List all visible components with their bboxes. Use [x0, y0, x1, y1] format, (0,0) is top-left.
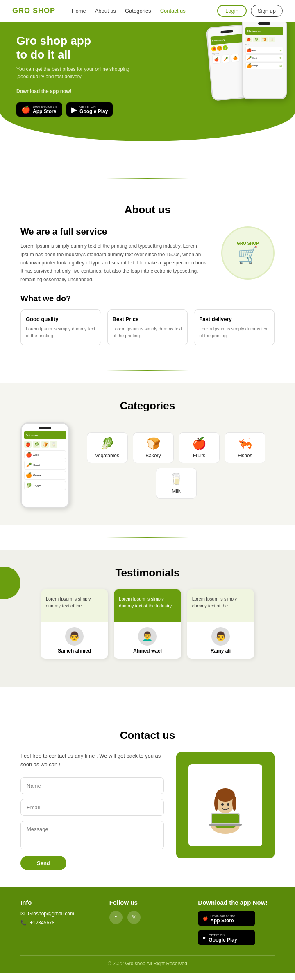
contact-form: Feel free to contact us any time . We wi… — [20, 752, 164, 870]
appstore-button[interactable]: 🍎 Download on the App Store — [16, 102, 62, 117]
footer-phone-item: 📞 +12345678 — [20, 920, 97, 926]
fishes-icon: 🦐 — [229, 437, 261, 450]
svg-point-4 — [214, 796, 218, 811]
cat-item-bakery[interactable]: 🍞 Bakery — [133, 432, 174, 463]
testimonial-text-0: Lorem Ipsum is simply dummy text of the.… — [41, 589, 108, 622]
avatar-2: 👨 — [211, 627, 230, 646]
testimonial-name-2: Ramy ali — [192, 648, 249, 654]
nav-contact[interactable]: Contact us — [160, 8, 186, 14]
nav-home[interactable]: Home — [72, 8, 86, 14]
circle-label: GRO SHOP — [237, 241, 259, 246]
login-button[interactable]: Login — [217, 5, 247, 17]
categories-grid: 🥬 vegatables 🍞 Bakery 🍎 Fruits 🦐 Fishes … — [78, 432, 275, 499]
name-input[interactable] — [20, 777, 164, 794]
testimonial-card-2: Lorem Ipsum is simply dummy text of the.… — [187, 589, 254, 659]
testimonial-card-0: Lorem Ipsum is simply dummy text of the.… — [41, 589, 108, 659]
cat-phone-notch — [39, 427, 51, 429]
nav-buttons: Login Sign up — [217, 5, 283, 17]
service-card-delivery: Fast delivery Lorem Ipsum is simply dumm… — [194, 309, 275, 345]
footer-download-title: Download the app Now! — [198, 899, 275, 906]
cat-item-milk[interactable]: 🥛 Milk — [156, 468, 197, 499]
testimonial-bottom-0: 👨 Sameh ahmed — [41, 622, 108, 659]
about-section: About us We are a full service Lorem Ips… — [0, 191, 295, 358]
footer-copyright: © 2022 Gro shop All Right Reserved — [20, 955, 275, 966]
hero-description: You can get the best prices for your onl… — [16, 65, 139, 80]
twitter-icon[interactable]: 𝕏 — [127, 911, 141, 924]
footer-googleplay-button[interactable]: ▶ GET IT ON Google Play — [198, 930, 255, 945]
testimonial-name-1: Ahmed wael — [119, 648, 176, 654]
categories-content: Best grocery 🍎 🥬 🍞 🥛 🍎 Apple 🥕 Carrot — [20, 422, 275, 508]
service-title-1: Best Price — [113, 316, 183, 322]
avatar-0: 👨 — [65, 627, 84, 646]
footer-download: Download the app Now! 🍎 Download on the … — [198, 899, 275, 945]
hero-download-label: Download the app now! — [16, 88, 139, 95]
service-desc-2: Lorem Ipsum is simply dummy text of the … — [199, 325, 269, 339]
googleplay-button[interactable]: ▶ GET IT ON Google Play — [66, 102, 113, 117]
gro-shop-logo-circle: GRO SHOP 🛒 — [221, 226, 275, 280]
about-text: We are a full service Lorem Ipsum is sim… — [20, 226, 209, 284]
categories-phone: Best grocery 🍎 🥬 🍞 🥛 🍎 Apple 🥕 Carrot — [20, 422, 70, 508]
divider-categories — [107, 370, 188, 371]
footer-appstore-button[interactable]: 🍎 Download on the App Store — [198, 911, 255, 926]
nav-about[interactable]: About us — [95, 8, 116, 14]
contact-content: Feel free to contact us any time . We wi… — [20, 752, 275, 870]
categories-section: Categories Best grocery 🍎 🥬 🍞 🥛 🍎 Apple — [0, 383, 295, 525]
nav-categories[interactable]: Gategories — [125, 8, 151, 14]
contact-title: Contact us — [20, 729, 275, 742]
googleplay-icon: ▶ — [71, 105, 77, 114]
vegetables-icon: 🥬 — [91, 437, 123, 450]
divider-contact — [107, 700, 188, 700]
send-button[interactable]: Send — [20, 856, 66, 870]
svg-point-9 — [221, 803, 224, 806]
navbar: GRO SHOP Home About us Gategories Contac… — [0, 0, 295, 22]
what-we-do: What we do? Good quality Lorem Ipsum is … — [20, 294, 275, 345]
phone-front-notch — [258, 22, 270, 25]
footer-appstore-text: Download on the App Store — [210, 913, 235, 924]
hero-title: Gro shop app to do it all — [16, 34, 139, 61]
testimonials-section: Testimonials Lorem Ipsum is simply dummy… — [0, 550, 295, 687]
bakery-label: Bakery — [137, 453, 169, 458]
facebook-icon[interactable]: f — [109, 911, 123, 924]
social-links: f 𝕏 — [109, 911, 186, 924]
fruits-icon: 🍎 — [183, 437, 215, 450]
about-content: We are a full service Lorem Ipsum is sim… — [20, 226, 275, 284]
hero-section: Gro shop app to do it all You can get th… — [0, 22, 295, 141]
footer-email: Groshop@gmail.com — [28, 911, 74, 917]
cat-item-fruits[interactable]: 🍎 Fruits — [179, 432, 220, 463]
divider-testimonials — [107, 537, 188, 538]
testimonial-cards: Lorem Ipsum is simply dummy text of the.… — [20, 589, 275, 671]
blob-left — [0, 567, 20, 599]
contact-image — [176, 752, 275, 858]
hero-phones: Best grocery 🍎 🥕 🥬 Popular 🍎 🥕 🍊 All cat… — [209, 18, 287, 99]
testimonials-title: Testimonials — [20, 567, 275, 579]
email-input[interactable] — [20, 799, 164, 816]
signup-button[interactable]: Sign up — [251, 5, 283, 17]
fishes-label: Fishes — [229, 453, 261, 458]
message-input[interactable] — [20, 821, 164, 849]
contact-section: Contact us Feel free to contact us any t… — [0, 713, 295, 887]
service-card-price: Best Price Lorem Ipsum is simply dummy t… — [107, 309, 188, 345]
avatar-1: 👨‍🦱 — [138, 627, 157, 646]
cat-phone-header: Best grocery — [24, 431, 66, 439]
fruits-label: Fruits — [183, 453, 215, 458]
footer-top: Info ✉ Groshop@gmail.com 📞 +12345678 Fol… — [20, 899, 275, 945]
testimonial-card-1: Lorem Ipsum is simply dummy text of the … — [114, 589, 181, 659]
service-cards: Good quality Lorem Ipsum is simply dummy… — [20, 309, 275, 345]
footer-social: Follow us f 𝕏 — [109, 899, 186, 945]
svg-rect-8 — [212, 814, 239, 823]
cat-item-vegetables[interactable]: 🥬 vegatables — [87, 432, 128, 463]
phone-front-screen: All categories 🍎 🥬 🍞 🥛 Products 🍎 Apple … — [243, 19, 286, 98]
testimonial-bottom-1: 👨‍🦱 Ahmed wael — [114, 622, 181, 659]
hero-content: Gro shop app to do it all You can get th… — [16, 34, 139, 117]
about-heading: We are a full service — [20, 226, 209, 237]
phone-header: Best grocery — [210, 34, 244, 45]
apple-footer-icon: 🍎 — [203, 916, 208, 921]
testimonial-text-1: Lorem Ipsum is simply dummy text of the … — [114, 589, 181, 622]
contact-intro: Feel free to contact us any time . We wi… — [20, 752, 164, 769]
apple-icon: 🍎 — [21, 105, 30, 114]
cat-item-fishes[interactable]: 🦐 Fishes — [225, 432, 266, 463]
footer-info-title: Info — [20, 899, 97, 906]
footer-email-item: ✉ Groshop@gmail.com — [20, 911, 97, 917]
phone-front: All categories 🍎 🥬 🍞 🥛 Products 🍎 Apple … — [242, 18, 287, 99]
service-desc-1: Lorem Ipsum is simply dummy text of the … — [113, 325, 183, 339]
